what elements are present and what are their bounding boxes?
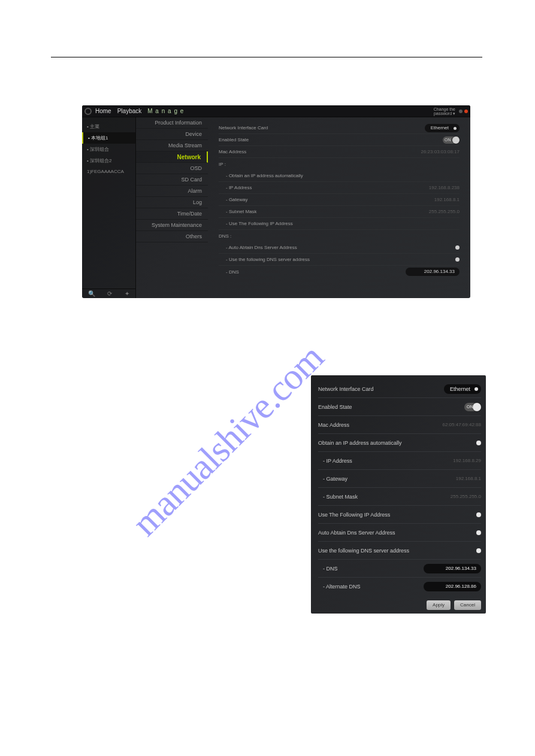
dot-icon[interactable] <box>459 110 463 113</box>
action-buttons: Apply Cancel <box>318 600 481 610</box>
close-icon[interactable] <box>464 110 468 113</box>
nav-item-alarm[interactable]: Alarm <box>136 186 208 197</box>
nav-item-network[interactable]: Network <box>136 151 208 163</box>
nav-manage[interactable]: M a n a g e <box>147 108 184 114</box>
sidebar-tools: 🔍 ⟳ ✦ <box>82 289 135 298</box>
app-window-detail: Network Interface Card Ethernet Enabled … <box>311 375 486 614</box>
cancel-button[interactable]: Cancel <box>454 600 481 610</box>
app-logo-icon <box>84 108 92 115</box>
auto-dns-label: Auto Abtain Dns Server Address <box>318 530 395 536</box>
nic-select[interactable]: Ethernet <box>444 384 481 394</box>
settings-nav: Product Information Device Media Stream … <box>136 117 208 298</box>
gateway-value: 192.168.8.1 <box>434 197 460 202</box>
mac-address-label: Mac Address <box>219 149 246 154</box>
tree-item[interactable]: • 主菜 <box>82 121 135 132</box>
use-ip-radio[interactable] <box>476 512 481 517</box>
tree-item[interactable]: • 本地组1 <box>82 132 135 144</box>
ip-address-value: 192.168.8.238 <box>429 185 460 190</box>
apply-button[interactable]: Apply <box>427 600 451 610</box>
app-window-main: Home Playback M a n a g e Change the pas… <box>82 105 470 298</box>
nav-playback[interactable]: Playback <box>117 108 142 114</box>
mac-address-value: 26:23:03:03:08:17 <box>421 149 460 154</box>
settings-panel: Network Interface Card Ethernet Enabled … <box>208 117 470 298</box>
add-icon[interactable]: ✦ <box>125 290 129 297</box>
nic-label: Network Interface Card <box>318 386 374 392</box>
top-bar: Home Playback M a n a g e Change the pas… <box>82 105 470 117</box>
auto-dns-label: - Auto Abtain Dns Server Address <box>226 245 297 250</box>
auto-dns-radio[interactable] <box>476 530 481 535</box>
change-password-link[interactable]: Change the password ▾ <box>434 107 455 116</box>
dns-section-header: DNS : <box>219 233 231 239</box>
use-dns-label: Use the following DNS server address <box>318 548 409 554</box>
enabled-toggle[interactable]: ON <box>464 403 481 411</box>
dns-label: - DNS <box>226 269 239 275</box>
mac-address-value: 62:05:47:69:42:88 <box>442 422 481 427</box>
device-tree: • 主菜 • 本地组1 • 深圳组合 • 深圳组合2 1)FEGAAAACCA <box>82 117 135 289</box>
refresh-icon[interactable]: ⟳ <box>107 290 112 297</box>
tree-item[interactable]: • 深圳组合 <box>82 144 135 155</box>
subnet-mask-label: - Subnet Mask <box>318 494 358 500</box>
auto-ip-label: Obtain an IP address automatically <box>318 440 401 446</box>
ip-address-label: - IP Address <box>318 458 352 464</box>
use-ip-label: - Use The Following IP Address <box>226 221 293 226</box>
nav-item-others[interactable]: Others <box>136 231 208 242</box>
enabled-state-label: Enabled State <box>318 404 352 410</box>
alt-dns-input[interactable]: 202.96.128.86 <box>424 582 481 591</box>
alt-dns-label: - Alternate DNS <box>318 584 361 590</box>
enabled-state-label: Enabled State <box>219 137 249 142</box>
use-ip-label: Use The Following IP Address <box>318 512 390 518</box>
divider <box>51 57 482 57</box>
nav-home[interactable]: Home <box>95 108 111 114</box>
gateway-label: - Gateway <box>226 197 247 202</box>
nav-item-sd-card[interactable]: SD Card <box>136 174 208 186</box>
nav-item-time-date[interactable]: Time/Date <box>136 208 208 220</box>
nav-item-system-maintenance[interactable]: System Maintenance <box>136 220 208 231</box>
dns-input[interactable]: 202.96.134.33 <box>406 268 460 276</box>
window-controls <box>459 110 468 113</box>
enabled-toggle[interactable]: ON <box>443 136 460 144</box>
use-dns-radio[interactable] <box>476 548 481 553</box>
subnet-mask-value: 255.255.255.0 <box>429 209 460 214</box>
ip-address-label: - IP Address <box>226 185 252 190</box>
nav-item-osd[interactable]: OSD <box>136 163 208 174</box>
tree-item[interactable]: 1)FEGAAAACCA <box>82 166 135 177</box>
ip-address-value: 192.168.8.29 <box>453 458 481 463</box>
auto-ip-label: - Obtain an IP address automatically <box>226 173 303 178</box>
nav-item-media-stream[interactable]: Media Stream <box>136 140 208 151</box>
ip-section-header: IP : <box>219 162 226 167</box>
nic-select[interactable]: Ethernet <box>425 124 460 132</box>
auto-ip-radio[interactable] <box>476 441 481 445</box>
subnet-mask-value: 255.255.255.0 <box>451 494 481 499</box>
search-icon[interactable]: 🔍 <box>88 290 95 297</box>
dns-label: - DNS <box>318 566 338 572</box>
use-dns-label: - Use the following DNS server address <box>226 257 310 262</box>
gateway-label: - Gateway <box>318 476 347 482</box>
nav-item-product-info[interactable]: Product Information <box>136 117 208 129</box>
sidebar: • 主菜 • 本地组1 • 深圳组合 • 深圳组合2 1)FEGAAAACCA … <box>82 117 136 298</box>
subnet-mask-label: - Subnet Mask <box>226 209 257 214</box>
nic-label: Network Interface Card <box>219 125 268 130</box>
auto-dns-radio[interactable] <box>455 245 460 250</box>
gateway-value: 192.168.8.1 <box>456 476 481 481</box>
mac-address-label: Mac Address <box>318 422 349 428</box>
tree-item[interactable]: • 深圳组合2 <box>82 155 135 166</box>
dns-input[interactable]: 202.96.134.33 <box>424 564 481 573</box>
nav-item-log[interactable]: Log <box>136 197 208 208</box>
nav-item-device[interactable]: Device <box>136 129 208 140</box>
use-dns-radio[interactable] <box>455 257 460 262</box>
